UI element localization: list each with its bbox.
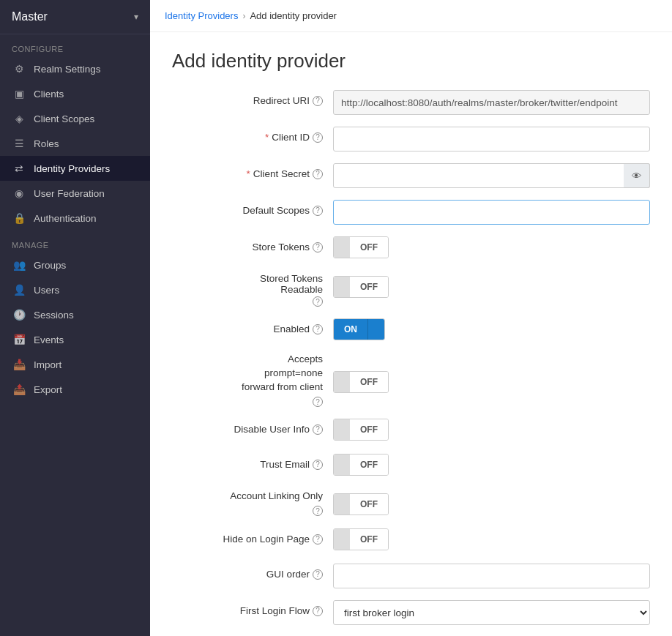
export-icon: 📤: [12, 384, 26, 395]
page-title: Add identity provider: [172, 50, 650, 72]
account-linking-only-row: Account Linking Only ? OFF: [172, 489, 650, 517]
client-secret-control: 👁: [333, 163, 650, 188]
sidebar-item-identity-providers-label: Identity Providers: [34, 163, 110, 174]
account-linking-help-icon[interactable]: ?: [313, 506, 323, 516]
sidebar-item-clients-label: Clients: [34, 89, 64, 100]
redirect-uri-input[interactable]: [333, 90, 650, 115]
breadcrumb-separator: ›: [242, 11, 245, 21]
trust-email-control: OFF: [333, 454, 650, 477]
hide-on-login-label: Hide on Login Page ?: [172, 528, 333, 545]
account-linking-only-toggle[interactable]: OFF: [333, 493, 389, 515]
sidebar-item-client-scopes[interactable]: ◈ Client Scopes: [0, 106, 150, 131]
store-tokens-label: Store Tokens ?: [172, 236, 333, 252]
hide-on-login-state: OFF: [350, 529, 388, 550]
disable-user-info-help-icon[interactable]: ?: [313, 424, 323, 435]
sidebar-item-groups[interactable]: 👥 Groups: [0, 252, 150, 277]
eye-icon: 👁: [632, 171, 641, 182]
disable-user-info-label: Disable User Info ?: [172, 419, 333, 435]
sidebar-item-import-label: Import: [34, 359, 61, 370]
sidebar-item-export-label: Export: [34, 384, 62, 395]
sidebar-item-users[interactable]: 👤 Users: [0, 277, 150, 302]
disable-user-info-row: Disable User Info ? OFF: [172, 419, 650, 442]
clients-icon: ▣: [12, 88, 26, 100]
breadcrumb-link[interactable]: Identity Providers: [165, 10, 238, 21]
trust-email-help-icon[interactable]: ?: [313, 460, 323, 470]
store-tokens-row: Store Tokens ? OFF: [172, 236, 650, 260]
default-scopes-help-icon[interactable]: ?: [313, 206, 323, 216]
stored-tokens-readable-control: OFF: [333, 272, 650, 299]
sidebar-item-import[interactable]: 📥 Import: [0, 352, 150, 377]
redirect-uri-control: [333, 90, 650, 115]
trust-email-toggle[interactable]: OFF: [333, 454, 389, 476]
stored-tokens-readable-handle: [334, 277, 350, 297]
sidebar-item-roles-label: Roles: [34, 138, 59, 149]
stored-tokens-readable-row: Stored Tokens Readable ? OFF: [172, 272, 650, 307]
sidebar-item-authentication-label: Authentication: [34, 213, 97, 224]
first-login-flow-select[interactable]: first broker login: [333, 600, 650, 625]
sidebar-item-user-federation-label: User Federation: [34, 188, 105, 199]
store-tokens-help-icon[interactable]: ?: [313, 242, 323, 252]
client-secret-label: * Client Secret ?: [172, 163, 333, 179]
accepts-prompt-control: OFF: [333, 352, 650, 394]
client-secret-row: * Client Secret ? 👁: [172, 163, 650, 188]
enabled-state: ON: [334, 319, 368, 340]
client-id-label: * Client ID ?: [172, 127, 333, 143]
gui-order-help-icon[interactable]: ?: [313, 569, 323, 580]
redirect-uri-help-icon[interactable]: ?: [313, 96, 323, 106]
client-id-input[interactable]: [333, 127, 650, 151]
account-linking-handle: [334, 494, 350, 515]
enabled-help-icon[interactable]: ?: [313, 324, 323, 334]
accepts-prompt-row: Accepts prompt=none forward from client …: [172, 352, 650, 407]
hide-on-login-toggle[interactable]: OFF: [333, 528, 389, 550]
default-scopes-control: [333, 200, 650, 225]
enabled-handle: [368, 319, 384, 340]
sidebar-item-realm-settings-label: Realm Settings: [34, 64, 101, 75]
default-scopes-input[interactable]: [333, 200, 650, 225]
enabled-label: Enabled ?: [172, 318, 333, 334]
account-linking-only-label: Account Linking Only ?: [172, 489, 333, 516]
sidebar: Master ▾ Configure ⚙ Realm Settings ▣ Cl…: [0, 0, 150, 636]
client-id-control: [333, 127, 650, 151]
accepts-prompt-label: Accepts prompt=none forward from client …: [172, 352, 333, 407]
sidebar-item-roles[interactable]: ☰ Roles: [0, 131, 150, 156]
sidebar-item-authentication[interactable]: 🔒 Authentication: [0, 206, 150, 231]
store-tokens-toggle[interactable]: OFF: [333, 236, 389, 258]
configure-section-label: Configure: [0, 34, 150, 56]
sidebar-item-clients[interactable]: ▣ Clients: [0, 81, 150, 106]
gui-order-input[interactable]: [333, 564, 650, 588]
realm-header[interactable]: Master ▾: [0, 0, 150, 34]
stored-tokens-readable-toggle[interactable]: OFF: [333, 276, 389, 298]
sidebar-item-user-federation[interactable]: ◉ User Federation: [0, 181, 150, 206]
accepts-prompt-handle: [334, 372, 350, 392]
sidebar-item-export[interactable]: 📤 Export: [0, 377, 150, 402]
first-login-flow-row: First Login Flow ? first broker login: [172, 600, 650, 625]
roles-icon: ☰: [12, 138, 26, 149]
trust-email-handle: [334, 454, 350, 475]
client-secret-help-icon[interactable]: ?: [313, 169, 323, 179]
client-secret-input[interactable]: [333, 163, 650, 188]
hide-on-login-help-icon[interactable]: ?: [313, 534, 323, 545]
accepts-prompt-toggle[interactable]: OFF: [333, 371, 389, 393]
hide-on-login-control: OFF: [333, 528, 650, 552]
gear-icon: ⚙: [12, 63, 26, 75]
default-scopes-label: Default Scopes ?: [172, 200, 333, 216]
trust-email-label: Trust Email ?: [172, 454, 333, 470]
enabled-row: Enabled ? ON: [172, 318, 650, 340]
sidebar-item-sessions[interactable]: 🕐 Sessions: [0, 302, 150, 327]
first-login-flow-help-icon[interactable]: ?: [313, 606, 323, 616]
toggle-visibility-button[interactable]: 👁: [624, 163, 650, 188]
sidebar-item-realm-settings[interactable]: ⚙ Realm Settings: [0, 56, 150, 81]
stored-tokens-readable-label: Stored Tokens Readable ?: [172, 272, 333, 307]
sidebar-item-client-scopes-label: Client Scopes: [34, 113, 94, 124]
disable-user-info-toggle[interactable]: OFF: [333, 419, 389, 441]
client-id-help-icon[interactable]: ?: [313, 132, 323, 143]
disable-user-info-handle: [334, 419, 350, 440]
accepts-prompt-help-icon[interactable]: ?: [313, 397, 323, 407]
stored-tokens-readable-help-icon[interactable]: ?: [313, 296, 323, 307]
lock-icon: 🔒: [12, 212, 26, 224]
sidebar-item-identity-providers[interactable]: ⇄ Identity Providers: [0, 156, 150, 181]
sidebar-item-events[interactable]: 📅 Events: [0, 327, 150, 352]
main-content: Identity Providers › Add identity provid…: [150, 0, 672, 636]
enabled-toggle[interactable]: ON: [333, 318, 385, 340]
sidebar-item-groups-label: Groups: [34, 260, 66, 271]
